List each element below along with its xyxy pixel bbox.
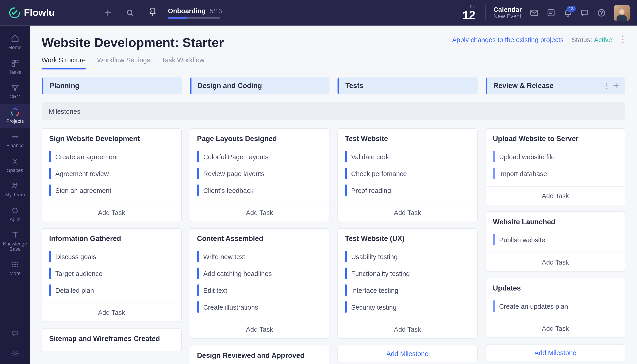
milestone-card[interactable]: Upload Website to ServerUpload website f… [486,128,626,205]
date-block[interactable]: Fri 12 [462,4,475,22]
column-header[interactable]: Review & Release [486,77,626,94]
mail-icon[interactable] [530,8,539,17]
task-row[interactable]: Review page layouts [197,165,322,182]
task-row[interactable]: Create illustrations [197,298,322,315]
column-add-icon[interactable] [613,82,619,90]
task-row[interactable]: Sign an agreement [49,182,174,198]
topbar-quick-actions [103,8,157,18]
tab-work-structure[interactable]: Work Structure [42,56,86,69]
rail-item-home[interactable]: Home [0,30,30,54]
task-row[interactable]: Create an updates plan [493,298,618,314]
add-icon[interactable] [103,8,112,17]
task-row[interactable]: Import database [493,165,618,182]
chat-icon[interactable] [580,8,589,17]
settings-icon[interactable] [11,349,20,358]
task-bar [197,284,199,296]
task-bar [493,168,495,179]
milestone-card[interactable]: Sitemap and Wireframes Created [42,328,182,351]
task-row[interactable]: Add catching headlines [197,265,322,282]
apply-changes-link[interactable]: Apply changes to the existing projects [452,36,564,43]
task-row[interactable]: Client's feedback [197,182,322,198]
help-icon[interactable] [597,8,606,17]
add-task-button[interactable]: Add Task [486,319,625,338]
tab-task-workflow[interactable]: Task Workflow [162,56,204,69]
rail-item-myteam[interactable]: My Team [0,178,30,202]
rail-item-spaces[interactable]: Spaces [0,153,30,178]
add-milestone-button[interactable]: Add Milestone [486,344,626,361]
rail-item-agile[interactable]: Agile [0,202,30,226]
pin-icon[interactable] [148,8,158,18]
milestone-card[interactable]: Information GatheredDiscuss goalsTarget … [42,228,182,322]
milestone-card[interactable]: UpdatesCreate an updates planAdd Task [486,278,626,338]
task-row[interactable]: Security testing [345,298,470,315]
card-title: Sitemap and Wireframes Created [49,335,174,343]
rail-item-crm[interactable]: CRM [0,79,30,104]
milestone-card[interactable]: Page Layouts DesignedColorful Page Layou… [190,128,330,222]
task-row[interactable]: Upload website file [493,148,618,165]
add-milestone-button[interactable]: Add Milestone [338,345,477,362]
rail-item-projects[interactable]: Projects [0,104,30,128]
column-header[interactable]: Tests [338,77,477,94]
task-row[interactable]: Functionality testing [345,265,470,282]
task-bar [493,234,495,246]
rail-item-finance[interactable]: Finance [0,128,30,153]
notif-badge: 13 [566,6,576,12]
rail-item-more[interactable]: More [0,256,30,281]
column-title: Review & Release [494,82,554,90]
calendar-title: Calendar [494,6,522,14]
add-task-button[interactable]: Add Task [42,303,181,322]
add-task-button[interactable]: Add Task [338,320,477,338]
task-row[interactable]: Discuss goals [49,248,174,265]
milestone-card[interactable]: Website LaunchedPublish websiteAdd Task [486,211,626,272]
task-row[interactable]: Create an agreement [49,148,174,165]
svg-point-21 [12,266,14,268]
task-row[interactable]: Publish website [493,231,618,248]
onboarding-progress[interactable]: Onboarding 5/13 [168,7,222,19]
search-icon[interactable] [125,8,134,17]
task-row[interactable]: Agreement review [49,165,174,182]
milestone-card[interactable]: Design Reviewed and Approved [190,345,330,364]
add-task-button[interactable]: Add Task [486,252,625,271]
rail-item-knowledge[interactable]: Knowledge Base [0,226,30,256]
page-menu-icon[interactable] [620,36,625,44]
avatar[interactable] [614,5,630,21]
column-header[interactable]: Design and Coding [190,77,330,94]
task-bar [345,168,347,179]
milestone-card[interactable]: Test WebsiteValidate codeCheck perfomanc… [338,128,477,222]
rail-bottom [11,330,20,364]
add-task-button[interactable]: Add Task [42,203,181,222]
svg-point-15 [12,262,14,263]
column-menu-icon[interactable] [606,82,608,90]
note-icon[interactable] [547,8,556,17]
milestone-card[interactable]: Content AssembledWrite new textAdd catch… [190,228,330,339]
task-row[interactable]: Detailed plan [49,282,174,298]
rail-item-tasks[interactable]: Tasks [0,54,30,79]
calendar-block[interactable]: Calendar New Event [494,6,522,20]
column-header[interactable]: Planning [42,77,182,94]
tab-workflow-settings[interactable]: Workflow Settings [97,56,150,69]
milestones-row[interactable]: Milestones [42,102,626,120]
add-task-button[interactable]: Add Task [338,203,477,222]
task-row[interactable]: Target audience [49,265,174,282]
task-row[interactable]: Colorful Page Layouts [197,148,322,165]
chat-bubble-icon[interactable] [11,330,20,338]
task-row[interactable]: Validate code [345,148,470,165]
task-row[interactable]: Interface testing [345,282,470,298]
add-task-button[interactable]: Add Task [190,320,329,338]
brand-logo[interactable]: Flowlu [0,7,54,19]
task-row[interactable]: Usability testing [345,248,470,265]
task-row[interactable]: Edit text [197,282,322,298]
svg-point-20 [16,264,18,266]
add-task-button[interactable]: Add Task [486,186,625,205]
milestone-card[interactable]: Test Website (UX)Usability testingFuncti… [338,228,477,339]
task-row[interactable]: Write new text [197,248,322,265]
task-row[interactable]: Check perfomance [345,165,470,182]
task-bar [345,184,347,196]
page-title: Website Development: Starter [42,36,224,50]
task-row[interactable]: Proof reading [345,182,470,198]
separator [485,5,486,20]
task-label: Check perfomance [351,170,407,177]
add-task-button[interactable]: Add Task [190,203,329,222]
milestone-card[interactable]: Sign Website DevelopmentCreate an agreem… [42,128,182,222]
bell-icon[interactable]: 13 [564,8,572,17]
